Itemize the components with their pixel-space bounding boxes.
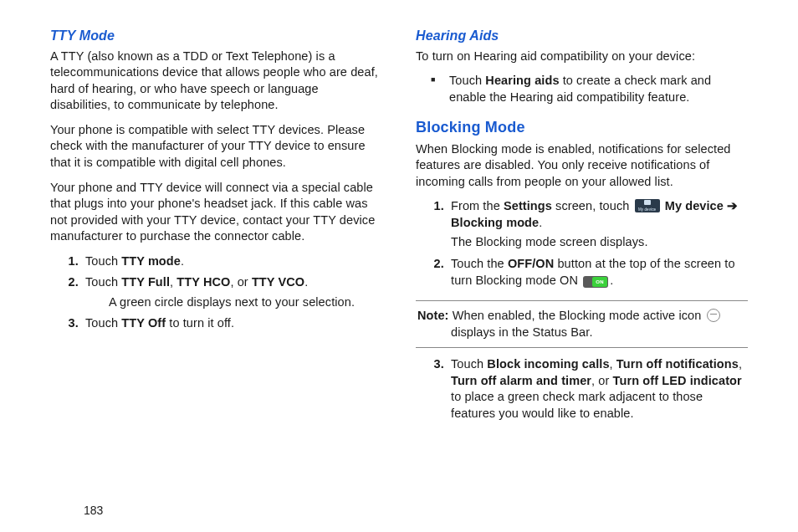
tty-step-1: Touch TTY mode. — [82, 253, 382, 270]
blocking-step-1: From the Settings screen, touch My devic… — [448, 198, 748, 251]
blocking-active-icon — [707, 309, 720, 322]
text: . — [181, 254, 184, 268]
heading-hearing-aids: Hearing Aids — [416, 27, 748, 45]
text: . — [304, 275, 308, 289]
label-off-on: OFF/ON — [508, 257, 554, 270]
label-turn-off-led: Turn off LED indicator — [613, 374, 742, 387]
text: , or — [230, 275, 251, 289]
manual-page: TTY Mode A TTY (also known as a TDD or T… — [0, 0, 798, 532]
text: , — [739, 357, 742, 371]
label-tty-vco: TTY VCO — [252, 275, 304, 289]
right-column: Hearing Aids To turn on Hearing aid comp… — [416, 27, 748, 515]
tty-step-2: Touch TTY Full, TTY HCO, or TTY VCO. A g… — [82, 274, 382, 310]
blocking-step-2: Touch the OFF/ON button at the top of th… — [448, 256, 748, 292]
note-label: Note: — [417, 309, 449, 322]
text: From the — [451, 199, 504, 212]
my-device-icon — [635, 199, 660, 212]
tty-step-3: Touch TTY Off to turn it off. — [82, 315, 382, 332]
text: Touch — [85, 316, 121, 330]
heading-blocking-mode: Blocking Mode — [416, 117, 748, 137]
label-tty-full: TTY Full — [121, 275, 170, 289]
toggle-on-icon: ON — [583, 276, 608, 293]
hearing-para-1: To turn on Hearing aid compatibility on … — [416, 49, 748, 65]
hearing-bullets: Touch Hearing aids to create a check mar… — [416, 73, 748, 105]
tty-step-2-note: A green circle displays next to your sel… — [109, 294, 382, 311]
label-turn-off-alarm: Turn off alarm and timer — [451, 374, 591, 387]
label-turn-off-notif: Turn off notifications — [616, 357, 739, 371]
label-my-device: My device — [665, 199, 724, 212]
text: to turn it off. — [166, 316, 234, 330]
label-blocking-mode: Blocking mode — [451, 216, 539, 229]
text: Touch — [451, 357, 487, 371]
text: to place a green check mark adjacent to … — [451, 390, 703, 420]
text: screen, touch — [552, 199, 633, 212]
blocking-step-3: Touch Block incoming calls, Turn off not… — [448, 356, 748, 422]
text: , — [610, 357, 616, 371]
label-hearing-aids: Hearing aids — [485, 74, 559, 87]
label-tty-hco: TTY HCO — [176, 275, 230, 289]
blocking-steps: From the Settings screen, touch My devic… — [416, 198, 748, 292]
arrow-icon: ➔ — [724, 199, 738, 212]
text: Touch — [85, 275, 121, 289]
text: Touch — [85, 254, 121, 268]
text: Touch the — [451, 257, 508, 270]
text: When enabled, the Blocking mode active i… — [449, 309, 705, 322]
hearing-bullet-1: Touch Hearing aids to create a check mar… — [449, 73, 748, 105]
note-body: displays in the Status Bar. — [451, 325, 746, 341]
tty-para-1: A TTY (also known as a TDD or Text Telep… — [50, 49, 382, 114]
label-tty-off: TTY Off — [121, 316, 166, 330]
blocking-step-1-note: The Blocking mode screen displays. — [451, 234, 748, 251]
label-settings: Settings — [504, 199, 552, 212]
tty-para-3: Your phone and TTY device will connect v… — [50, 180, 382, 245]
blocking-steps-cont: Touch Block incoming calls, Turn off not… — [416, 356, 748, 422]
text: Touch — [449, 74, 485, 87]
label-tty-mode: TTY mode — [121, 254, 181, 268]
tty-steps: Touch TTY mode. Touch TTY Full, TTY HCO,… — [50, 253, 382, 332]
page-number: 183 — [84, 504, 103, 517]
text: . — [539, 216, 542, 229]
tty-para-2: Your phone is compatible with select TTY… — [50, 122, 382, 171]
heading-tty-mode: TTY Mode — [50, 27, 382, 45]
blocking-note: Note: When enabled, the Blocking mode ac… — [416, 300, 748, 348]
left-column: TTY Mode A TTY (also known as a TDD or T… — [50, 27, 382, 515]
text: . — [610, 274, 613, 287]
text: , or — [591, 374, 612, 387]
label-block-incoming: Block incoming calls — [487, 357, 609, 371]
blocking-para-1: When Blocking mode is enabled, notificat… — [416, 141, 748, 191]
